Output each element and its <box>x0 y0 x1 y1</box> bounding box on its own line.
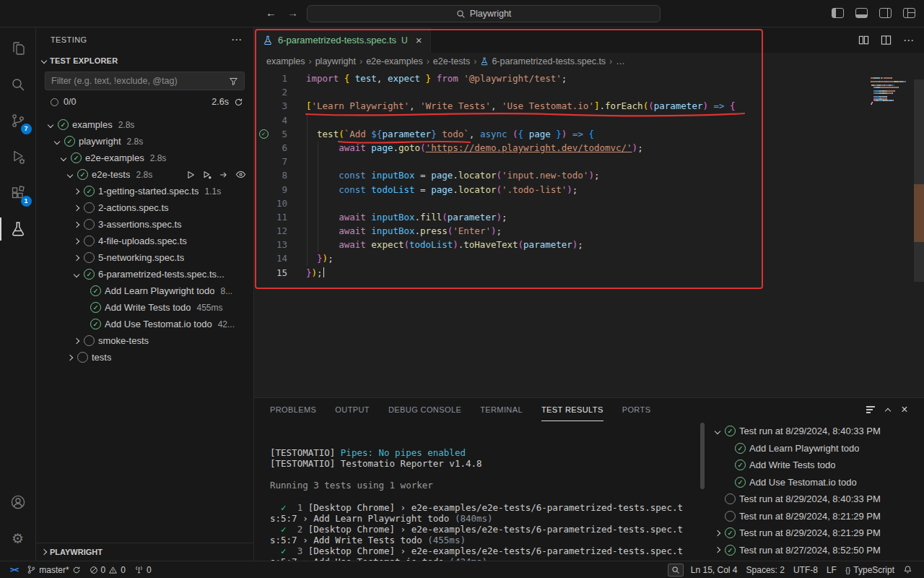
search-view-icon[interactable] <box>0 66 36 103</box>
chevron-right-icon[interactable] <box>712 531 723 535</box>
chevron-right-icon[interactable] <box>64 355 76 360</box>
chevron-right-icon[interactable] <box>71 256 82 260</box>
panel-tab-output[interactable]: OUTPUT <box>335 398 370 421</box>
language-mode[interactable]: {} TypeScript <box>841 561 899 578</box>
extensions-icon[interactable]: 1 <box>0 175 36 211</box>
tree-item-3-assertions-spec-ts[interactable]: 3-assertions.spec.ts <box>36 216 253 233</box>
code-line-13[interactable]: 13 await expect(todoList).toHaveText(par… <box>254 238 924 251</box>
tree-item-tests[interactable]: tests <box>36 349 253 366</box>
nav-forward-icon[interactable]: → <box>287 7 298 19</box>
tree-item-smoke-tests[interactable]: smoke-tests <box>36 332 253 349</box>
test-run-row[interactable]: Test run at 8/29/2024, 8:21:29 PM <box>706 508 924 525</box>
tree-item-add-use-testomat-io-todo[interactable]: ✓Add Use Testomat.io todo42... <box>36 316 253 332</box>
open-changes-icon[interactable] <box>858 35 869 46</box>
code-line-4[interactable]: 4 <box>254 113 924 127</box>
test-result-item-add-use-testomat-io-todo[interactable]: ✓Add Use Testomat.io todo <box>706 474 924 491</box>
code-line-1[interactable]: 1import { test, expect } from '@playwrig… <box>254 72 924 85</box>
code-editor[interactable]: 1import { test, expect } from '@playwrig… <box>254 70 924 397</box>
code-line-6[interactable]: 6 await page.goto('https://demo.playwrig… <box>254 141 924 155</box>
tree-item-2-actions-spec-ts[interactable]: 2-actions.spec.ts <box>36 199 253 216</box>
toggle-sidebar-icon[interactable] <box>832 8 844 18</box>
tree-item-e2e-examples[interactable]: ✓e2e-examples2.8s <box>36 150 253 166</box>
test-explorer-section-header[interactable]: TEST EXPLORER <box>36 52 253 69</box>
breadcrumb-item-6-parametrized-tests-spec-ts[interactable]: 6-parametrized-tests.spec.ts <box>480 56 606 66</box>
code-line-9[interactable]: 9 const todoList = page.locator('.todo-l… <box>254 183 924 197</box>
panel-tab-debug-console[interactable]: DEBUG CONSOLE <box>388 398 461 421</box>
chevron-down-icon[interactable] <box>51 139 63 144</box>
chevron-down-icon[interactable] <box>45 123 56 127</box>
code-line-2[interactable]: 2 <box>254 85 924 99</box>
git-branch-item[interactable]: master* <box>22 561 84 578</box>
nav-back-icon[interactable]: ← <box>266 7 276 19</box>
editor-tab[interactable]: 6-parametrized-tests.spec.ts U × <box>254 27 431 53</box>
playwright-section-header[interactable]: PLAYWRIGHT <box>36 543 253 561</box>
tree-item-add-write-tests-todo[interactable]: ✓Add Write Tests todo455ms <box>36 299 253 316</box>
test-run-row[interactable]: ✓Test run at 8/29/2024, 8:40:33 PM <box>706 423 924 440</box>
editor-scrollbar[interactable] <box>914 70 924 397</box>
remote-indicator[interactable]: >< <box>6 561 22 578</box>
breadcrumb-item-[interactable]: … <box>616 56 625 66</box>
customize-layout-icon[interactable] <box>903 8 915 18</box>
notifications-bell[interactable] <box>899 561 917 578</box>
ports-item[interactable]: 0 <box>130 561 156 578</box>
testing-view-icon[interactable] <box>0 211 36 247</box>
chevron-down-icon[interactable] <box>712 429 723 434</box>
scrollbar-slider[interactable] <box>914 79 924 282</box>
toggle-panel-icon[interactable] <box>855 8 868 18</box>
zoom-status-button[interactable] <box>668 564 684 577</box>
code-line-10[interactable]: 10 <box>254 197 924 210</box>
goto-test-icon[interactable] <box>219 170 229 180</box>
tree-item-e2e-tests[interactable]: ✓e2e-tests2.8s <box>36 166 253 183</box>
code-line-11[interactable]: 11 await inputBox.fill(parameter); <box>254 210 924 224</box>
panel-tab-terminal[interactable]: TERMINAL <box>480 398 523 421</box>
accounts-icon[interactable] <box>0 484 36 520</box>
breadcrumb-item-examples[interactable]: examples <box>266 56 305 66</box>
test-result-item-add-learn-playwright-todo[interactable]: ✓Add Learn Playwright todo <box>706 440 924 457</box>
gutter-test-pass-icon[interactable]: ✓ <box>254 127 273 141</box>
explorer-icon[interactable] <box>0 30 36 66</box>
code-line-3[interactable]: 3['Learn Playwright', 'Write Tests', 'Us… <box>254 99 924 113</box>
panel-tab-problems[interactable]: PROBLEMS <box>270 398 316 421</box>
test-output-terminal[interactable]: [TESTOMATIO] Pipes: No pipes enabled[TES… <box>254 421 706 561</box>
panel-tab-ports[interactable]: PORTS <box>622 398 651 421</box>
chevron-right-icon[interactable] <box>71 339 82 343</box>
tree-item-5-networking-spec-ts[interactable]: 5-networking.spec.ts <box>36 249 253 266</box>
panel-maximize-icon[interactable] <box>885 408 891 414</box>
indentation[interactable]: Spaces: 2 <box>742 561 789 578</box>
test-run-row[interactable]: ✓Test run at 8/27/2024, 8:52:50 PM <box>706 542 924 559</box>
code-line-5[interactable]: ✓5 test(`Add ${parameter} todo`, async (… <box>254 127 924 141</box>
code-line-8[interactable]: 8 const inputBox = page.locator('input.n… <box>254 168 924 182</box>
chevron-down-icon[interactable] <box>64 173 76 177</box>
breadcrumb-item-e2e-tests[interactable]: e2e-tests <box>433 56 470 66</box>
test-filter-input[interactable] <box>51 76 225 86</box>
testing-more-actions-icon[interactable]: ⋯ <box>231 33 242 46</box>
encoding[interactable]: UTF-8 <box>789 561 822 578</box>
eol-sequence[interactable]: LF <box>822 561 841 578</box>
code-line-15[interactable]: 15}); <box>254 266 924 280</box>
breadcrumb-item-e2e-examples[interactable]: e2e-examples <box>366 56 423 66</box>
problems-item[interactable]: 0 0 <box>85 561 130 578</box>
command-center-search[interactable]: Playwright <box>307 5 661 22</box>
tree-item-examples[interactable]: ✓examples2.8s <box>36 116 253 133</box>
filter-funnel-icon[interactable] <box>229 77 238 86</box>
terminal-scrollbar[interactable] <box>700 423 705 489</box>
chevron-right-icon[interactable] <box>712 548 723 552</box>
chevron-down-icon[interactable] <box>71 272 82 277</box>
run-test-icon[interactable] <box>186 170 196 180</box>
source-control-icon[interactable]: 7 <box>0 103 36 139</box>
code-line-12[interactable]: 12 await inputBox.press('Enter'); <box>254 224 924 238</box>
chevron-down-icon[interactable] <box>58 156 69 160</box>
tree-item-add-learn-playwright-todo[interactable]: ✓Add Learn Playwright todo8... <box>36 282 253 299</box>
run-debug-icon[interactable] <box>0 139 36 175</box>
test-run-row[interactable]: Test run at 8/29/2024, 8:40:33 PM <box>706 491 924 508</box>
tree-item-playwright[interactable]: ✓playwright2.8s <box>36 133 253 150</box>
tree-item-1-getting-started-spec-ts[interactable]: ✓1-getting-started.spec.ts1.1s <box>36 183 253 199</box>
cursor-position[interactable]: Ln 15, Col 4 <box>687 561 742 578</box>
tab-close-icon[interactable]: × <box>416 34 422 46</box>
output-filter-icon[interactable] <box>866 406 875 413</box>
tree-item-6-parametrized-tests-spec-ts[interactable]: ✓6-parametrized-tests.spec.ts... <box>36 266 253 282</box>
toggle-secondary-sidebar-icon[interactable] <box>879 8 892 18</box>
code-line-7[interactable]: 7 <box>254 155 924 168</box>
panel-close-icon[interactable]: × <box>901 403 908 416</box>
code-line-14[interactable]: 14 }); <box>254 251 924 265</box>
